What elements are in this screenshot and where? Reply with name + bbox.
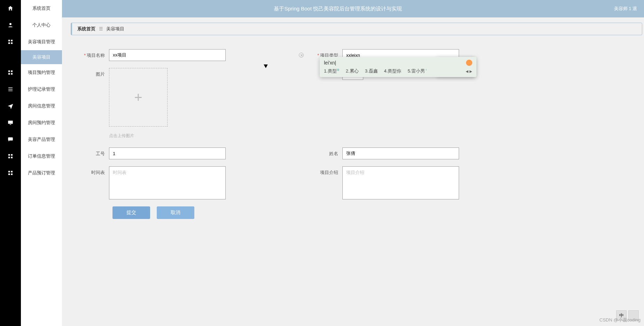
grid-icon[interactable]: [0, 33, 21, 50]
svg-rect-14: [8, 137, 13, 141]
svg-rect-4: [11, 43, 13, 44]
grid-icon[interactable]: [0, 165, 21, 181]
schedule-textarea[interactable]: [109, 166, 226, 199]
ime-candidate[interactable]: 1.类型⊕: [324, 68, 340, 74]
breadcrumb: 系统首页 ☰ 美容项目: [71, 23, 642, 35]
ime-candidate[interactable]: 2.累心: [346, 68, 359, 74]
svg-rect-17: [8, 157, 10, 159]
staff-no-input[interactable]: [109, 147, 226, 159]
svg-point-0: [9, 23, 11, 25]
top-bar: 基于Spring Boot 悦己美容院后台管理系统的设计与实现 美容师 1 退: [62, 0, 644, 17]
sidebar-item-profile[interactable]: 个人中心: [21, 17, 62, 33]
breadcrumb-separator-icon: ☰: [99, 26, 103, 31]
ime-typed-text: lei'xn: [324, 60, 336, 66]
image-upload-box[interactable]: +: [109, 68, 168, 127]
monitor-icon[interactable]: [0, 114, 21, 131]
svg-rect-1: [8, 40, 10, 41]
content-area: 系统首页 ☰ 美容项目 项目名称 项目类型 lei'xn 1.类型⊕: [62, 17, 644, 326]
intro-textarea[interactable]: [342, 166, 459, 199]
ime-candidate[interactable]: 4.类型你: [384, 68, 402, 74]
svg-rect-6: [11, 70, 13, 72]
svg-rect-3: [8, 43, 10, 44]
label-intro: 项目介绍: [311, 166, 342, 176]
ime-candidate[interactable]: 5.雷小男♀: [408, 68, 427, 74]
sidebar-item-room-info[interactable]: 房间信息管理: [21, 98, 62, 114]
app-title: 基于Spring Boot 悦己美容院后台管理系统的设计与实现: [62, 6, 614, 12]
label-schedule: 时间表: [78, 166, 109, 176]
cancel-button[interactable]: 取消: [157, 206, 194, 219]
label-name: 姓名: [311, 147, 342, 157]
sidebar-sub-beauty-project[interactable]: 美容项目: [21, 50, 62, 64]
svg-rect-20: [11, 171, 13, 173]
clear-icon[interactable]: [299, 53, 304, 58]
svg-rect-10: [8, 89, 13, 90]
sidebar-item-appointment[interactable]: 项目预约管理: [21, 64, 62, 81]
ime-candidate[interactable]: 3.磊鑫: [365, 68, 378, 74]
svg-rect-5: [8, 70, 10, 72]
plus-icon: +: [134, 90, 142, 105]
sidebar-item-product[interactable]: 美容产品管理: [21, 131, 62, 148]
sidebar-item-home[interactable]: 系统首页: [21, 0, 62, 17]
grid-icon[interactable]: [0, 148, 21, 165]
sidebar-icons: [0, 0, 21, 326]
submit-button[interactable]: 提交: [112, 206, 150, 219]
send-icon[interactable]: [0, 98, 21, 114]
svg-rect-2: [11, 40, 13, 41]
user-icon[interactable]: [0, 17, 21, 33]
upload-tip: 点击上传图片: [109, 133, 168, 139]
project-name-input[interactable]: [109, 49, 226, 61]
sidebar-item-care-record[interactable]: 护理记录管理: [21, 81, 62, 98]
ime-candidate-popup[interactable]: lei'xn 1.类型⊕ 2.累心 3.磊鑫 4.类型你 5.雷小男♀ ◀ ▶: [320, 57, 476, 77]
svg-rect-11: [8, 91, 13, 91]
svg-rect-22: [11, 174, 13, 175]
sidebar-item-room-booking[interactable]: 房间预约管理: [21, 114, 62, 131]
home-icon[interactable]: [0, 0, 21, 17]
svg-rect-18: [11, 157, 13, 159]
ime-page-arrows-icon[interactable]: ◀ ▶: [466, 69, 472, 73]
svg-rect-12: [8, 121, 13, 124]
sidebar-item-beauty-project[interactable]: 美容项目管理: [21, 33, 62, 50]
breadcrumb-current: 美容项目: [106, 26, 124, 31]
name-input[interactable]: [342, 147, 459, 159]
svg-rect-8: [11, 73, 13, 75]
svg-rect-9: [8, 88, 13, 88]
sub-spacer: [0, 50, 21, 64]
watermark: CSDN @小蕊coding: [599, 317, 641, 323]
sidebar-labels: 系统首页 个人中心 美容项目管理 美容项目 项目预约管理 护理记录管理 房间信息…: [21, 0, 62, 326]
ime-logo-icon: [466, 60, 472, 66]
label-image: 图片: [78, 68, 109, 77]
breadcrumb-home[interactable]: 系统首页: [77, 26, 95, 31]
label-staff-no: 工号: [78, 147, 109, 157]
chat-icon[interactable]: [0, 131, 21, 148]
svg-rect-19: [8, 171, 10, 173]
svg-rect-16: [11, 154, 13, 156]
grid-icon[interactable]: [0, 64, 21, 81]
list-icon[interactable]: [0, 81, 21, 98]
sidebar-item-product-booking[interactable]: 产品预订管理: [21, 165, 62, 181]
svg-rect-13: [10, 124, 11, 125]
form: 项目名称 项目类型 lei'xn 1.类型⊕ 2.累心 3.磊鑫 4.: [71, 35, 644, 226]
sidebar-item-order[interactable]: 订单信息管理: [21, 148, 62, 165]
svg-rect-15: [8, 154, 10, 156]
label-project-name: 项目名称: [78, 49, 109, 59]
svg-rect-21: [8, 174, 10, 175]
user-info[interactable]: 美容师 1 退: [614, 6, 637, 12]
svg-rect-7: [8, 73, 10, 75]
